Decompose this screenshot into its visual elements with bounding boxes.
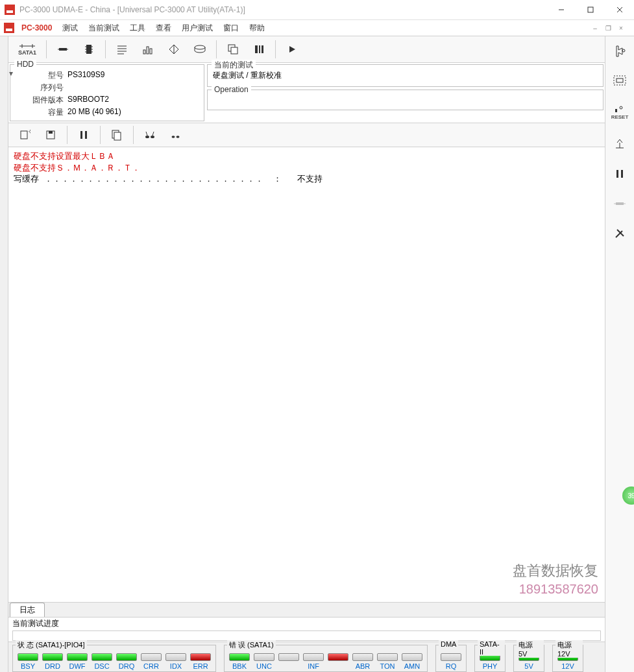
watermark-title: 盘首数据恢复 [513,561,598,581]
tools-icon[interactable] [609,224,630,243]
svg-rect-36 [80,131,82,139]
app-logo-icon [5,5,15,15]
led-label: 5V [524,662,533,670]
led-blank [278,653,300,670]
panel-p12v: 电源 12V12V [552,645,583,672]
svg-point-41 [151,136,154,138]
list-icon[interactable] [110,38,134,60]
led-RQ: RQ [440,653,462,670]
toolbar-separator [133,126,134,144]
led-label: ERR [193,662,208,670]
svg-line-43 [152,132,154,136]
maximize-button[interactable] [576,0,605,19]
chart-icon[interactable] [136,38,160,60]
toolbar-separator [100,126,101,144]
led-indicator [402,653,422,661]
led-indicator [190,653,211,661]
main-toolbar: SATA1 [8,36,605,63]
connector-side-icon[interactable] [609,195,630,213]
led-label: IDX [170,662,182,670]
svg-rect-20 [143,50,145,54]
current-test-fieldset: 当前的测试 硬盘测试 / 重新校准 [207,64,604,87]
led-label: CRR [143,662,159,670]
operation-legend: Operation [212,85,251,94]
svg-marker-31 [289,46,295,53]
sata-port-button[interactable]: SATA1 [12,38,42,60]
hdd-legend: HDD [14,60,36,69]
svg-rect-32 [21,131,27,139]
find-next-button[interactable] [164,124,188,146]
reset-button[interactable]: RESET [609,101,630,123]
led-indicator [303,653,324,661]
led-BSY: BSY [17,653,39,670]
serial-label: 序列号 [16,82,64,93]
svg-point-40 [145,136,149,138]
svg-rect-47 [614,76,626,85]
clamp-icon[interactable] [609,135,630,153]
svg-rect-1 [588,7,593,12]
svg-point-46 [622,49,625,52]
board-icon[interactable] [609,71,630,90]
current-test-value: 硬盘测试 / 重新校准 [213,70,598,81]
hdd-fieldset: HDD ▾ 型号 PS3109S9 序列号 固件版本 S9RBOOT2 容量 2… [10,64,204,121]
menu-view[interactable]: 查看 [151,23,177,34]
copy-icon[interactable] [221,38,245,60]
connector-icon[interactable] [51,38,75,60]
find-button[interactable] [138,124,162,146]
app-name: PC-3000 [21,23,52,32]
mdi-restore-button[interactable]: ❐ [603,23,613,32]
disk-icon[interactable] [188,38,212,60]
window-controls [546,0,634,19]
led-label: AMN [404,662,420,670]
window-title: PC-3000 UDMA-E - China - [Universal PC-3… [19,5,546,14]
toolbar-separator [46,40,47,58]
minimize-button[interactable] [546,0,576,19]
save-log-button[interactable] [38,124,63,146]
play-button[interactable] [280,38,304,60]
svg-rect-37 [85,131,87,139]
led-indicator [67,653,88,661]
mdi-minimize-button[interactable]: – [590,23,600,32]
tab-log[interactable]: 日志 [10,603,45,617]
led-TON: TON [376,653,398,670]
svg-rect-9 [86,45,91,54]
pause-button[interactable] [71,124,96,146]
menu-window[interactable]: 窗口 [218,23,244,34]
main-area: SATA1 HDD ▾ 型号 PS3109S9 [0,36,634,672]
led-DRD: DRD [42,653,64,670]
panel-p5v-legend: 电源 5V [517,640,544,658]
pause-side-button[interactable] [609,165,630,183]
menu-user-test[interactable]: 用户测试 [177,23,218,34]
menu-help[interactable]: 帮助 [244,23,270,34]
new-log-button[interactable]: ✧ [12,124,37,146]
svg-rect-30 [262,45,263,53]
progress-bar [12,630,601,641]
menu-tools[interactable]: 工具 [125,23,151,34]
panel-p5v: 电源 5V5V [513,645,544,672]
led-label: TON [380,662,395,670]
sectors-icon[interactable] [247,38,271,60]
surface-icon[interactable] [162,38,186,60]
menu-test[interactable]: 测试 [57,23,83,34]
led-indicator [141,653,162,661]
led-indicator [91,653,112,661]
chip-icon[interactable] [77,38,101,60]
log-area: 硬盘不支持设置最大ＬＢＡ 硬盘不支持Ｓ．Ｍ．Ａ．Ｒ．Ｔ． 写缓存 ．．．．．．．… [8,147,605,602]
led-blank [327,653,349,670]
led-indicator [254,653,274,661]
toolbar-separator [67,126,67,144]
progress-label: 当前测试进度 [8,617,605,630]
led-indicator [328,653,348,661]
led-BBK: BBK [228,653,250,670]
dropdown-icon[interactable]: ▾ [9,69,13,78]
svg-rect-39 [114,132,121,140]
copy-log-button[interactable] [104,124,129,146]
power-icon[interactable] [609,42,630,60]
menu-current-test[interactable]: 当前测试 [83,23,125,34]
mdi-close-button[interactable]: × [616,23,626,32]
svg-text:✧: ✧ [28,129,30,135]
close-button[interactable] [605,0,634,19]
led-indicator [116,653,137,661]
led-DWF: DWF [66,653,88,670]
led-label: DWF [69,662,85,670]
